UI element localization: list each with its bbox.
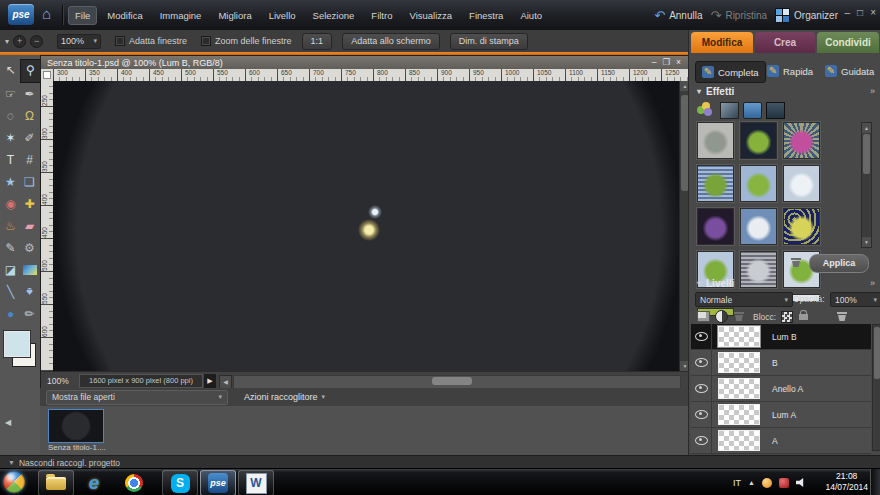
- effect-thumbnail[interactable]: [697, 122, 734, 159]
- redo-button[interactable]: ↷Ripristina: [711, 8, 768, 23]
- organizer-button[interactable]: Organizer: [775, 8, 838, 23]
- scroll-up-icon[interactable]: ▲: [862, 123, 871, 133]
- menu-selezione[interactable]: Selezione: [306, 6, 362, 25]
- eraser-tool[interactable]: ▰: [20, 215, 39, 237]
- all-effects-category-icon[interactable]: [766, 102, 785, 119]
- menu-immagine[interactable]: Immagine: [153, 6, 209, 25]
- horizontal-scrollbar[interactable]: [233, 375, 681, 389]
- effect-thumbnail[interactable]: [783, 165, 820, 202]
- opacity-select[interactable]: 100%▾: [830, 292, 880, 307]
- panel-menu-icon[interactable]: »: [870, 278, 874, 288]
- taskbar-chrome-button[interactable]: [122, 471, 146, 495]
- zoom-tool[interactable]: ⚲: [20, 59, 41, 83]
- eyedropper-tool[interactable]: ✒: [20, 83, 39, 105]
- tab-modifica[interactable]: Modifica: [691, 32, 753, 53]
- zoom-all-windows-checkbox[interactable]: [201, 36, 211, 46]
- photo-effects-category-icon[interactable]: [743, 102, 762, 119]
- layers-scroll-thumb[interactable]: [874, 327, 880, 379]
- layer-visibility-toggle[interactable]: [691, 324, 712, 349]
- new-layer-icon[interactable]: [697, 311, 710, 322]
- effects-panel-header[interactable]: ▾ Effetti: [697, 86, 734, 97]
- layer-visibility-toggle[interactable]: [691, 376, 712, 401]
- shape-tool[interactable]: ╲: [1, 281, 20, 303]
- scroll-left-icon[interactable]: ◀: [219, 375, 232, 389]
- layer-row-b[interactable]: B: [691, 350, 871, 376]
- tray-expand-icon[interactable]: ▲: [748, 479, 755, 486]
- taskbar-explorer-button[interactable]: [38, 470, 74, 495]
- hand-tool[interactable]: ☞: [1, 83, 20, 105]
- apply-effect-button[interactable]: Applica: [809, 254, 869, 273]
- print-size-button[interactable]: Dim. di stampa: [450, 33, 528, 50]
- effects-trash-icon[interactable]: [791, 256, 801, 267]
- gradient-tool[interactable]: [20, 259, 39, 281]
- cookie-cutter-tool[interactable]: ★: [1, 171, 20, 193]
- mode-full-edit-button[interactable]: ✎Completa: [695, 61, 766, 83]
- lock-transparency-icon[interactable]: [781, 311, 793, 323]
- fit-windows-checkbox[interactable]: [115, 36, 125, 46]
- taskbar-ie-button[interactable]: e: [82, 471, 106, 495]
- doc-close-button[interactable]: ×: [676, 57, 681, 67]
- maximize-button[interactable]: □: [857, 7, 863, 18]
- layer-row-a[interactable]: A: [691, 428, 871, 454]
- layer-row-lum-b[interactable]: Lum B: [691, 324, 871, 350]
- home-icon[interactable]: ⌂: [42, 5, 51, 22]
- pencil-tool[interactable]: ✏: [20, 303, 39, 325]
- effects-scroll-thumb[interactable]: [863, 134, 870, 174]
- tab-crea[interactable]: Crea: [755, 32, 815, 53]
- zoom-in-icon[interactable]: +: [13, 35, 26, 48]
- actual-pixels-button[interactable]: 1:1: [302, 33, 333, 50]
- horizontal-scroll-thumb[interactable]: [432, 377, 472, 385]
- type-tool[interactable]: T: [1, 149, 20, 171]
- status-zoom-value[interactable]: 100%: [47, 376, 69, 386]
- smart-brush-tool[interactable]: ⚙: [20, 237, 39, 259]
- effect-thumbnail[interactable]: [740, 122, 777, 159]
- adjustment-layer-icon[interactable]: [715, 310, 728, 323]
- tool-dropdown-icon[interactable]: ▾: [5, 37, 9, 46]
- paint-bucket-tool[interactable]: ◪: [1, 259, 20, 281]
- doc-minimize-button[interactable]: –: [652, 57, 657, 67]
- filters-category-icon[interactable]: [697, 102, 714, 117]
- magic-wand-tool[interactable]: ✶: [1, 127, 20, 149]
- open-file-thumbnail[interactable]: [48, 409, 104, 443]
- foreground-color-swatch[interactable]: [4, 331, 30, 357]
- bin-actions-dropdown[interactable]: Azioni raccoglitore▾: [244, 392, 325, 402]
- zoom-value-field[interactable]: 100%▾: [57, 34, 101, 49]
- tab-condividi[interactable]: Condividi: [817, 32, 879, 53]
- brush-tool[interactable]: ✎: [1, 237, 20, 259]
- undo-button[interactable]: ↶Annulla: [654, 8, 702, 23]
- effects-scrollbar[interactable]: ▲ ▼: [861, 122, 872, 248]
- selection-brush-tool[interactable]: ❏: [20, 171, 39, 193]
- language-indicator[interactable]: IT: [733, 478, 741, 488]
- tray-app-icon[interactable]: [762, 478, 772, 488]
- sponge-tool[interactable]: ●: [1, 303, 20, 325]
- close-button[interactable]: ×: [870, 7, 876, 18]
- layer-visibility-toggle[interactable]: [691, 428, 712, 453]
- tray-security-icon[interactable]: [779, 478, 789, 488]
- menu-visualizza[interactable]: Visualizza: [402, 6, 459, 25]
- minimize-button[interactable]: –: [845, 7, 851, 18]
- red-eye-tool[interactable]: ◉: [1, 193, 20, 215]
- menu-finestra[interactable]: Finestra: [462, 6, 510, 25]
- start-button[interactable]: [3, 471, 25, 493]
- scroll-down-icon[interactable]: ▼: [862, 237, 871, 247]
- quick-selection-tool[interactable]: ✐: [20, 127, 39, 149]
- taskbar-pse-button[interactable]: pse: [200, 470, 236, 495]
- show-desktop-button[interactable]: [870, 469, 880, 495]
- layer-styles-category-icon[interactable]: [720, 102, 739, 119]
- effect-thumbnail[interactable]: [783, 208, 820, 245]
- layer-visibility-toggle[interactable]: [691, 350, 712, 375]
- healing-brush-tool[interactable]: ✚: [20, 193, 39, 215]
- collapse-left-icon[interactable]: ◀: [5, 418, 11, 427]
- lasso-tool[interactable]: Ω: [20, 105, 39, 127]
- menu-file[interactable]: File: [68, 6, 97, 25]
- menu-livello[interactable]: Livello: [262, 6, 303, 25]
- effect-thumbnail[interactable]: [783, 122, 820, 159]
- clone-stamp-tool[interactable]: ♨: [1, 215, 20, 237]
- volume-icon[interactable]: [796, 478, 806, 488]
- menu-aiuto[interactable]: Aiuto: [513, 6, 549, 25]
- panel-menu-icon[interactable]: »: [870, 86, 874, 96]
- menu-filtro[interactable]: Filtro: [364, 6, 399, 25]
- effect-thumbnail[interactable]: [697, 165, 734, 202]
- status-menu-icon[interactable]: ▶: [204, 374, 216, 388]
- taskbar-clock[interactable]: 21:08 14/07/2014: [825, 471, 868, 493]
